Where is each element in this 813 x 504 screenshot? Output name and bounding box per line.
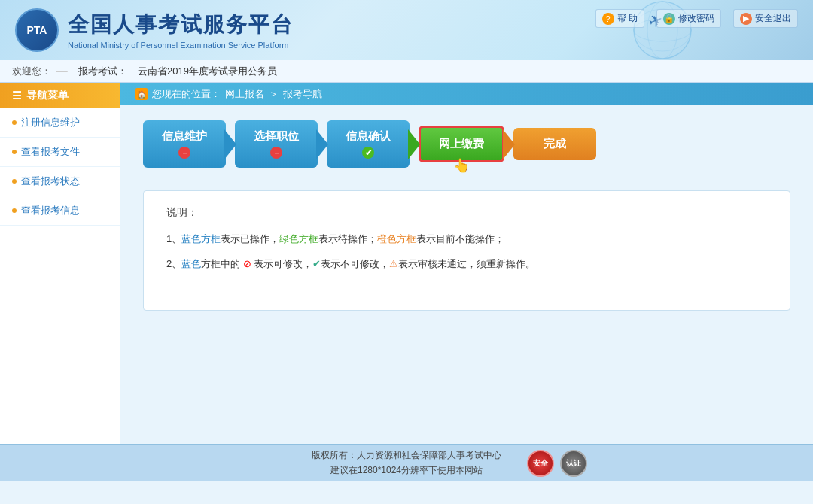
sidebar-dot: [12, 120, 17, 125]
sidebar-item-label: 注册信息维护: [21, 116, 80, 129]
step-arrow-3: [408, 129, 420, 159]
step-label: 选择职位: [254, 129, 299, 144]
breadcrumb-path1: 网上报名: [225, 87, 264, 101]
step-complete[interactable]: 完成: [513, 128, 596, 160]
username-display: [56, 71, 68, 72]
footer-line1: 版权所有：人力资源和社会保障部人事考试中心: [312, 449, 501, 462]
sidebar-item-label: 查看报考信息: [21, 204, 80, 217]
lock-icon: 🔒: [663, 13, 675, 25]
site-title-cn: 全国人事考试服务平台: [68, 11, 294, 39]
header-actions: ? 帮 助 🔒 修改密码 ▶ 安全退出: [595, 9, 798, 28]
info-title: 说明：: [166, 206, 767, 220]
help-icon: ?: [602, 13, 614, 25]
sidebar-header: ☰ 导航菜单: [0, 83, 120, 108]
fail-icon: ⚠: [389, 258, 398, 269]
sidebar-item-label: 查看报考文件: [21, 145, 80, 159]
info-orange-text: 橙色方框: [377, 233, 416, 244]
sidebar-item-label: 查看报考状态: [21, 175, 80, 188]
cursor-hand-icon: 👆: [453, 157, 470, 174]
info-item1-mid2: 表示待操作；: [318, 233, 377, 244]
step-arrow-1: [224, 129, 236, 159]
breadcrumb-separator: ＞: [269, 87, 279, 101]
info-box: 说明： 1、蓝色方框表示已操作，绿色方框表示待操作；橙色方框表示目前不能操作； …: [143, 190, 790, 311]
security-badge-2: 认证: [560, 450, 587, 477]
step-info-maintain[interactable]: 信息维护 －: [143, 120, 226, 168]
info-blue-text: 蓝色方框: [181, 233, 221, 244]
help-button[interactable]: ? 帮 助: [595, 9, 644, 28]
step-arrow-2: [316, 129, 328, 159]
sidebar-item-info[interactable]: 查看报考信息: [0, 196, 120, 226]
info-item2-mid3: 表示不可修改，: [321, 258, 389, 269]
header-title-block: 全国人事考试服务平台 National Ministry of Personne…: [68, 11, 294, 50]
step-confirm-info[interactable]: 信息确认 ✔: [327, 120, 410, 168]
no-edit-icon: ✔: [312, 258, 321, 269]
step-label: 信息确认: [346, 129, 391, 144]
sidebar-dot: [12, 150, 17, 154]
step-arrow-4: [503, 129, 515, 159]
menu-icon: ☰: [12, 90, 22, 102]
topbar: 欢迎您： 报考考试： 云南省2019年度考试录用公务员: [0, 60, 813, 83]
sidebar: ☰ 导航菜单 注册信息维护 查看报考文件 查看报考状态 查看报考信息: [0, 83, 120, 444]
edit-icon: ⊘: [240, 258, 254, 269]
info-green-text: 绿色方框: [279, 233, 318, 244]
info-item1-suffix: 表示目前不能操作；: [416, 233, 504, 244]
exam-name: 云南省2019年度考试录用公务员: [138, 65, 277, 78]
steps-row: 信息维护 － 选择职位 － 信息确认 ✔ 网上缴费 👆: [143, 120, 790, 168]
step-status-icon: －: [178, 147, 190, 159]
breadcrumb: 🏠 您现在的位置： 网上报名 ＞ 报考导航: [120, 83, 813, 105]
info-item2-mid: 方框中的: [201, 258, 240, 269]
info-item-1: 1、蓝色方框表示已操作，绿色方框表示待操作；橙色方框表示目前不能操作；: [166, 232, 767, 247]
step-select-position[interactable]: 选择职位 －: [235, 120, 318, 168]
logout-button[interactable]: ▶ 安全退出: [733, 9, 798, 28]
step-label: 网上缴费: [439, 137, 484, 151]
security-badge-1: 安全: [527, 450, 554, 477]
footer-icons: 安全 认证: [527, 450, 587, 477]
step-online-payment[interactable]: 网上缴费 👆: [419, 126, 504, 162]
sidebar-title: 导航菜单: [26, 89, 69, 102]
info-item2-prefix: 2、: [166, 258, 181, 269]
info-item2-suffix: 表示审核未通过，须重新操作。: [398, 258, 535, 269]
step-label: 信息维护: [162, 129, 207, 144]
content-area: 🏠 您现在的位置： 网上报名 ＞ 报考导航 信息维护 － 选择职位 － 信息确认: [120, 83, 813, 444]
home-icon: 🏠: [136, 88, 148, 100]
sidebar-dot: [12, 179, 17, 184]
sidebar-item-status[interactable]: 查看报考状态: [0, 167, 120, 196]
info-item-2: 2、蓝色方框中的 ⊘ 表示可修改，✔表示不可修改，⚠表示审核未通过，须重新操作。: [166, 257, 767, 272]
breadcrumb-path2: 报考导航: [283, 87, 322, 101]
info-item2-mid2: 表示可修改，: [254, 258, 312, 269]
footer-line2: 建议在1280*1024分辨率下使用本网站: [330, 464, 483, 477]
logo: PTA: [15, 8, 59, 52]
exit-icon: ▶: [740, 13, 752, 25]
sidebar-item-files[interactable]: 查看报考文件: [0, 138, 120, 167]
header-left: PTA 全国人事考试服务平台 National Ministry of Pers…: [15, 8, 294, 52]
main-layout: ☰ 导航菜单 注册信息维护 查看报考文件 查看报考状态 查看报考信息 🏠 您现在…: [0, 83, 813, 444]
footer: 版权所有：人力资源和社会保障部人事考试中心 建议在1280*1024分辨率下使用…: [0, 444, 813, 481]
step-status-icon: ✔: [362, 147, 374, 159]
header: PTA 全国人事考试服务平台 National Ministry of Pers…: [0, 0, 813, 60]
breadcrumb-current: 您现在的位置：: [152, 87, 221, 101]
step-label: 完成: [544, 137, 566, 151]
site-title-en: National Ministry of Personnel Examinati…: [68, 41, 294, 50]
welcome-label: 欢迎您：: [12, 65, 51, 78]
info-item1-prefix: 1、: [166, 233, 181, 244]
exam-label: 报考考试：: [78, 65, 127, 78]
change-password-button[interactable]: 🔒 修改密码: [656, 9, 721, 28]
info-blue-text2: 蓝色: [181, 258, 201, 269]
info-item1-mid: 表示已操作，: [221, 233, 279, 244]
step-status-icon: －: [270, 147, 282, 159]
sidebar-dot: [12, 208, 17, 213]
sidebar-item-register[interactable]: 注册信息维护: [0, 108, 120, 138]
